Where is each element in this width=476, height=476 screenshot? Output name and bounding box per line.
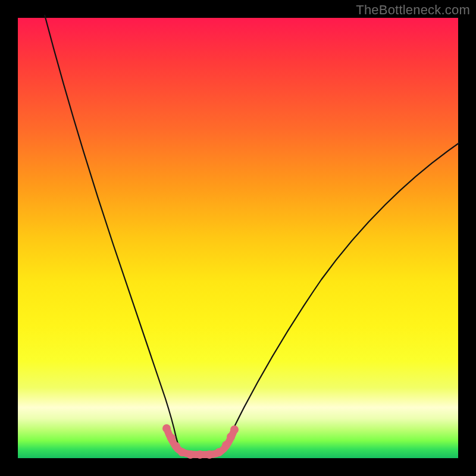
right-curve [223, 143, 459, 453]
watermark-text: TheBottleneck.com [356, 2, 470, 18]
pink-dot [230, 425, 239, 434]
pink-dot [167, 434, 176, 442]
pink-dot [162, 424, 171, 433]
pink-dot [222, 441, 230, 449]
plot-area [18, 18, 458, 458]
pink-dot [215, 448, 223, 456]
chart-frame: TheBottleneck.com [0, 0, 476, 476]
pink-dot [227, 433, 235, 441]
pink-dot [178, 448, 186, 456]
curve-layer [18, 18, 458, 458]
pink-dot [186, 450, 195, 459]
pink-dot [172, 442, 180, 450]
pink-dot [196, 450, 204, 459]
pink-dot [205, 450, 214, 459]
left-curve [45, 15, 181, 453]
